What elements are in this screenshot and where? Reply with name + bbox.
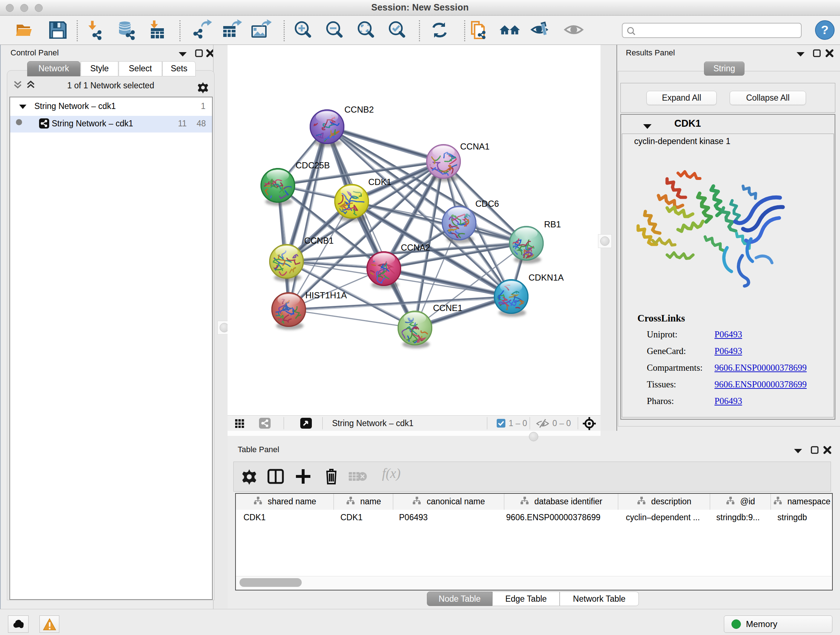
svg-text:CCNB2: CCNB2: [344, 105, 374, 114]
svg-text:CCNE1: CCNE1: [433, 303, 462, 313]
svg-text:CCNA2: CCNA2: [401, 242, 430, 252]
svg-text:CDK1: CDK1: [368, 177, 392, 187]
svg-text:RB1: RB1: [544, 219, 561, 229]
svg-text:CDC25B: CDC25B: [295, 160, 330, 170]
svg-text:CDC6: CDC6: [475, 199, 499, 209]
svg-text:CCNA1: CCNA1: [460, 141, 489, 151]
svg-text:HIST1H1A: HIST1H1A: [305, 290, 347, 300]
svg-text:CDKN1A: CDKN1A: [529, 272, 564, 282]
svg-text:?: ?: [821, 23, 829, 36]
svg-text:CCNB1: CCNB1: [304, 236, 333, 245]
